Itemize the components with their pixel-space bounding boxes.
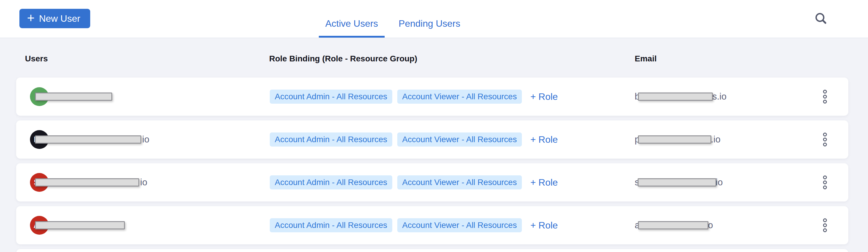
email-cell: b s.io <box>635 77 727 116</box>
kebab-icon <box>823 100 827 104</box>
kebab-icon <box>823 228 827 232</box>
column-header-role-binding: Role Binding (Role - Resource Group) <box>269 54 417 63</box>
name-redaction-box <box>35 178 139 187</box>
role-binding-cell: Account Admin - All Resources Account Vi… <box>270 77 558 116</box>
kebab-icon <box>823 143 827 147</box>
user-row: PP io Account Admin - All Resources Acco… <box>16 120 848 159</box>
add-role-link[interactable]: + Role <box>530 91 558 102</box>
new-user-button[interactable]: + New User <box>20 9 90 28</box>
kebab-icon <box>823 133 827 136</box>
column-header-users: Users <box>25 54 48 63</box>
email-suffix: o <box>708 220 713 230</box>
content-area: Users Role Binding (Role - Resource Grou… <box>0 38 868 252</box>
user-row: AS Account Admin - All Resources Account… <box>16 206 848 244</box>
row-menu-button[interactable] <box>820 87 830 106</box>
top-bar: + New User Active Users Pending Users <box>0 0 868 38</box>
email-redaction-box <box>638 93 713 101</box>
user-name-suffix: io <box>140 163 147 201</box>
new-user-button-label: New User <box>39 13 80 24</box>
name-redaction-box <box>35 93 112 101</box>
add-role-link[interactable]: + Role <box>530 220 558 231</box>
kebab-icon <box>823 219 827 222</box>
kebab-icon <box>823 186 827 189</box>
add-role-link[interactable]: + Role <box>530 177 558 188</box>
role-badge[interactable]: Account Viewer - All Resources <box>397 218 522 232</box>
role-badge[interactable]: Account Viewer - All Resources <box>397 90 522 104</box>
email-cell: s io <box>635 163 723 201</box>
tab-pending-users[interactable]: Pending Users <box>392 0 467 38</box>
email-cell: p .io <box>635 120 720 159</box>
user-row: SP io Account Admin - All Resources Acco… <box>16 163 848 201</box>
kebab-icon <box>823 95 827 99</box>
kebab-icon <box>823 181 827 184</box>
search-icon <box>814 12 828 25</box>
tab-active-users[interactable]: Active Users <box>319 0 384 38</box>
kebab-icon <box>823 176 827 180</box>
role-binding-cell: Account Admin - All Resources Account Vi… <box>270 206 558 244</box>
email-suffix: s.io <box>712 91 726 102</box>
row-menu-button[interactable] <box>820 173 830 192</box>
email-redaction-box <box>638 178 716 187</box>
user-name-suffix: io <box>142 120 149 159</box>
next-row-partial <box>16 249 848 252</box>
role-badge[interactable]: Account Viewer - All Resources <box>397 175 522 189</box>
user-row: B Account Admin - All Resources Account … <box>16 77 848 116</box>
email-suffix: .io <box>711 134 720 145</box>
email-redaction-box <box>638 135 711 144</box>
role-badge[interactable]: Account Admin - All Resources <box>270 132 392 147</box>
row-menu-button[interactable] <box>820 130 830 150</box>
role-badge[interactable]: Account Admin - All Resources <box>270 90 392 104</box>
role-binding-cell: Account Admin - All Resources Account Vi… <box>270 163 558 201</box>
kebab-icon <box>823 90 827 94</box>
user-list: B Account Admin - All Resources Account … <box>16 77 848 252</box>
email-suffix: io <box>716 177 723 188</box>
email-redaction-box <box>638 221 708 229</box>
search-button[interactable] <box>813 11 829 26</box>
role-badge[interactable]: Account Viewer - All Resources <box>397 132 522 147</box>
name-redaction-box <box>35 135 141 144</box>
email-cell: a o <box>635 206 713 244</box>
kebab-icon <box>823 138 827 141</box>
role-badge[interactable]: Account Admin - All Resources <box>270 175 392 189</box>
role-badge[interactable]: Account Admin - All Resources <box>270 218 392 232</box>
kebab-icon <box>823 223 827 227</box>
name-redaction-box <box>35 221 125 229</box>
role-binding-cell: Account Admin - All Resources Account Vi… <box>270 120 558 159</box>
add-role-link[interactable]: + Role <box>530 134 558 145</box>
column-header-email: Email <box>635 54 657 63</box>
row-menu-button[interactable] <box>820 216 830 235</box>
tab-bar: Active Users Pending Users <box>319 0 467 38</box>
